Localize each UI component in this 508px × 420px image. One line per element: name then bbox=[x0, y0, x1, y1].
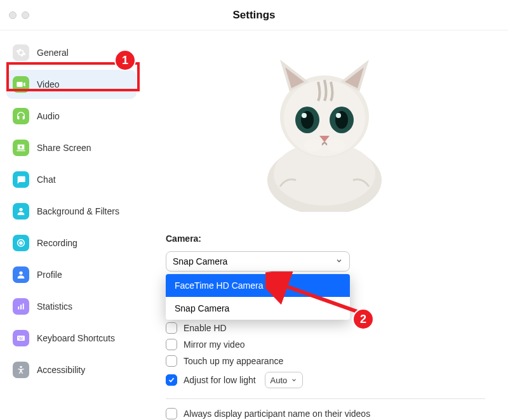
sidebar-label: Background & Filters bbox=[37, 206, 119, 216]
sidebar-label: Accessibility bbox=[37, 365, 85, 375]
svg-point-24 bbox=[327, 139, 345, 152]
svg-point-3 bbox=[19, 272, 22, 275]
svg-point-2 bbox=[20, 242, 22, 244]
titlebar: Settings bbox=[0, 0, 508, 30]
video-preview bbox=[166, 41, 483, 218]
sidebar-item-general[interactable]: General bbox=[6, 38, 137, 67]
svg-rect-6 bbox=[23, 303, 24, 309]
enable-hd-checkbox[interactable] bbox=[166, 322, 177, 334]
sidebar-label: Share Screen bbox=[37, 143, 91, 153]
profile-icon bbox=[13, 266, 29, 283]
svg-rect-5 bbox=[20, 305, 22, 309]
gear-icon bbox=[13, 44, 29, 61]
svg-point-19 bbox=[302, 113, 307, 118]
camera-option-label: FaceTime HD Camera bbox=[175, 280, 264, 291]
camera-select-value: Snap Camera bbox=[173, 256, 227, 266]
sidebar: General Video Audio Share Screen bbox=[0, 30, 143, 420]
camera-select[interactable]: Snap Camera bbox=[166, 251, 350, 272]
sidebar-label: Profile bbox=[37, 270, 62, 280]
display-name-checkbox[interactable] bbox=[166, 408, 177, 419]
svg-rect-7 bbox=[17, 336, 25, 341]
recording-icon bbox=[13, 235, 29, 251]
mirror-video-row[interactable]: Mirror my video bbox=[166, 339, 485, 350]
chevron-down-icon bbox=[335, 256, 343, 266]
sidebar-item-chat[interactable]: Chat bbox=[6, 165, 137, 194]
camera-option-label: Snap Camera bbox=[175, 303, 229, 313]
camera-option-facetime-hd[interactable]: FaceTime HD Camera bbox=[166, 274, 350, 297]
touch-up-checkbox[interactable] bbox=[166, 355, 177, 367]
svg-point-0 bbox=[19, 208, 22, 211]
sidebar-item-recording[interactable]: Recording bbox=[6, 228, 137, 258]
chevron-down-icon bbox=[291, 377, 297, 383]
low-light-label: Adjust for low light bbox=[184, 375, 256, 385]
svg-rect-4 bbox=[18, 306, 19, 310]
enable-hd-row[interactable]: Enable HD bbox=[166, 322, 485, 334]
sidebar-label: Chat bbox=[37, 174, 56, 185]
low-light-row[interactable]: Adjust for low light Auto bbox=[166, 372, 485, 388]
accessibility-icon bbox=[13, 362, 29, 378]
keyboard-icon bbox=[13, 330, 29, 346]
section-divider bbox=[166, 398, 485, 399]
sidebar-item-share-screen[interactable]: Share Screen bbox=[6, 133, 137, 162]
svg-point-22 bbox=[336, 113, 341, 118]
video-preview-image bbox=[236, 47, 413, 212]
share-screen-icon bbox=[13, 140, 29, 156]
sidebar-item-statistics[interactable]: Statistics bbox=[6, 292, 137, 321]
settings-window: Settings General Video Audio bbox=[0, 0, 508, 420]
enable-hd-label: Enable HD bbox=[184, 323, 227, 333]
low-light-mode-value: Auto bbox=[271, 376, 288, 385]
video-settings-panel: Camera: Snap Camera FaceTime HD Camera S… bbox=[143, 30, 508, 420]
touch-up-label: Touch up my appearance bbox=[184, 356, 283, 366]
sidebar-item-accessibility[interactable]: Accessibility bbox=[6, 355, 137, 384]
svg-point-12 bbox=[20, 366, 22, 368]
svg-point-23 bbox=[304, 139, 322, 152]
display-name-row[interactable]: Always display participant name on their… bbox=[166, 408, 485, 419]
camera-dropdown: FaceTime HD Camera Snap Camera bbox=[166, 274, 350, 320]
window-title: Settings bbox=[0, 9, 508, 22]
camera-select-wrap: Snap Camera FaceTime HD Camera Snap Came… bbox=[166, 251, 350, 272]
svg-rect-8 bbox=[18, 337, 19, 338]
sidebar-item-profile[interactable]: Profile bbox=[6, 260, 137, 289]
sidebar-label: Recording bbox=[37, 238, 77, 248]
sidebar-label: Statistics bbox=[37, 301, 72, 312]
window-body: General Video Audio Share Screen bbox=[0, 30, 508, 420]
svg-rect-10 bbox=[22, 337, 22, 338]
sidebar-label: Keyboard Shortcuts bbox=[37, 333, 115, 343]
camera-section-label: Camera: bbox=[166, 233, 485, 244]
chat-icon bbox=[13, 171, 29, 188]
headphones-icon bbox=[13, 108, 29, 124]
low-light-mode-select[interactable]: Auto bbox=[265, 372, 304, 388]
sidebar-label: Audio bbox=[37, 111, 60, 121]
mirror-video-checkbox[interactable] bbox=[166, 339, 177, 350]
sidebar-label: General bbox=[37, 48, 69, 58]
video-icon bbox=[13, 76, 29, 93]
display-name-label: Always display participant name on their… bbox=[184, 409, 370, 419]
mirror-video-label: Mirror my video bbox=[184, 339, 244, 350]
svg-rect-11 bbox=[19, 339, 22, 339]
sidebar-item-audio[interactable]: Audio bbox=[6, 102, 137, 131]
sidebar-item-keyboard-shortcuts[interactable]: Keyboard Shortcuts bbox=[6, 324, 137, 353]
low-light-checkbox[interactable] bbox=[166, 374, 177, 386]
sidebar-item-video[interactable]: Video bbox=[6, 70, 137, 99]
svg-rect-9 bbox=[20, 337, 21, 338]
statistics-icon bbox=[13, 298, 29, 315]
sidebar-label: Video bbox=[37, 79, 60, 89]
sidebar-item-background-filters[interactable]: Background & Filters bbox=[6, 197, 137, 226]
camera-option-snap-camera[interactable]: Snap Camera bbox=[166, 297, 350, 320]
touch-up-row[interactable]: Touch up my appearance bbox=[166, 355, 485, 367]
background-filters-icon bbox=[13, 203, 29, 220]
